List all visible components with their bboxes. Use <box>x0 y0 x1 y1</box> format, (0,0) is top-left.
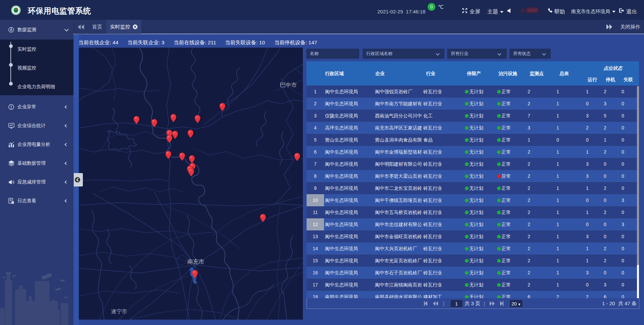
svg-text:遂宁市: 遂宁市 <box>111 309 127 314</box>
svg-text:南充市: 南充市 <box>187 259 204 265</box>
svg-text:巴中市: 巴中市 <box>280 82 297 88</box>
